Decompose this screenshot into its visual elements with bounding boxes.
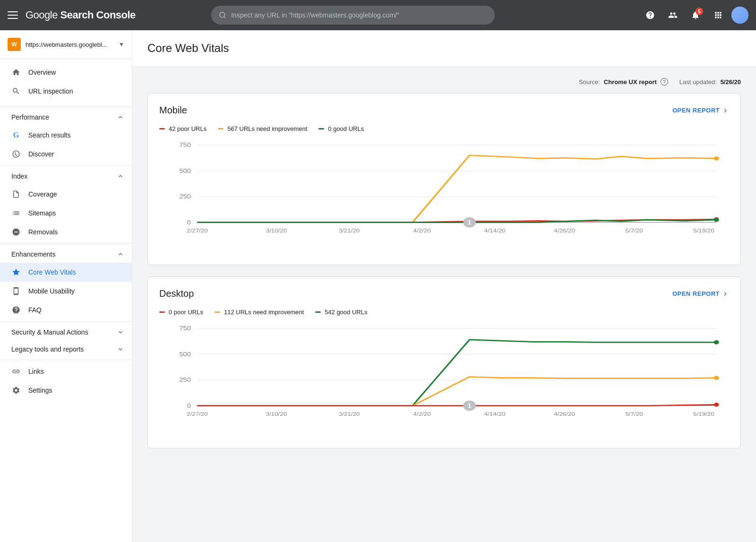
settings-icon [11,386,21,395]
sidebar-item-label: Links [28,368,44,375]
chevron-down-icon [117,328,124,336]
mobile-card-title: Mobile [159,105,187,116]
index-section-label: Index [11,172,27,180]
sidebar-item-label: FAQ [28,306,42,314]
mobile-open-report-button[interactable]: OPEN REPORT [672,107,729,114]
sidebar-item-mobile-usability[interactable]: Mobile Usability [0,282,132,301]
svg-text:1: 1 [467,219,472,225]
svg-point-44 [714,376,719,380]
svg-text:0: 0 [187,219,191,225]
search-input[interactable] [231,11,487,19]
svg-text:4/26/20: 4/26/20 [554,412,575,418]
main-content: Core Web Vitals Source: Chrome UX report… [132,30,756,542]
discover-icon [11,149,21,159]
svg-text:500: 500 [179,351,191,357]
source-bar: Source: Chrome UX report ? Last updated:… [147,78,741,86]
sidebar-item-search-results[interactable]: G Search results [0,126,132,145]
sidebar-item-label: Search results [28,131,70,139]
menu-icon[interactable] [8,11,18,19]
source-help-icon[interactable]: ? [661,78,668,86]
sidebar-item-label: Overview [28,69,56,76]
svg-text:500: 500 [179,168,191,174]
sidebar-item-sitemaps[interactable]: Sitemaps [0,204,132,223]
svg-line-1 [224,17,225,18]
chevron-up-icon [117,172,124,180]
avatar-image [731,7,748,24]
layout: W https://webmasters.googlebl... ▼ Overv… [0,30,756,542]
top-header: Google Search Console 5 [0,0,756,30]
avatar[interactable] [731,7,748,24]
sidebar-item-links[interactable]: Links [0,362,132,381]
sidebar-item-label: Core Web Vitals [28,268,76,276]
legend-label-poor: 42 poor URLs [169,125,206,132]
index-section-header[interactable]: Index [0,168,132,185]
security-section-label: Security & Manual Actions [11,328,88,336]
mobile-card: Mobile OPEN REPORT 42 poor URLs 567 URLs… [147,93,741,265]
desktop-card-title: Desktop [159,288,194,299]
sidebar-item-coverage[interactable]: Coverage [0,185,132,204]
legend-item-needs-improvement: 567 URLs need improvement [218,125,307,132]
property-selector[interactable]: W https://webmasters.googlebl... ▼ [0,30,132,59]
home-icon [11,68,21,77]
legend-item-poor: 0 poor URLs [159,309,203,316]
property-icon: W [8,38,21,51]
sidebar-item-label: Discover [28,150,54,158]
svg-text:2/27/20: 2/27/20 [187,228,208,234]
legend-label-good: 0 good URLs [328,125,364,132]
sidebar-item-url-inspection[interactable]: URL inspection [0,82,132,101]
sidebar-item-settings[interactable]: Settings [0,381,132,400]
account-button[interactable] [663,6,682,25]
sidebar-item-core-web-vitals[interactable]: Core Web Vitals [0,263,132,282]
svg-text:5/19/20: 5/19/20 [693,412,714,418]
sidebar-item-label: Coverage [28,190,57,198]
core-web-vitals-icon [11,267,21,277]
svg-text:3/10/20: 3/10/20 [266,412,287,418]
header-icons: 5 [641,6,748,25]
legend-dot-poor [159,128,165,129]
sidebar-item-label: Mobile Usability [28,287,75,295]
apps-button[interactable] [709,6,728,25]
search-bar[interactable] [211,6,495,25]
performance-section-header[interactable]: Performance [0,109,132,126]
svg-point-45 [714,403,719,407]
performance-section-label: Performance [11,113,49,121]
mobile-legend: 42 poor URLs 567 URLs need improvement 0… [159,125,729,132]
enhancements-section-header[interactable]: Enhancements [0,246,132,263]
svg-text:750: 750 [179,142,191,148]
legend-dot-needs-improvement [215,311,220,313]
notifications-button[interactable]: 5 [686,6,705,25]
links-icon [11,367,21,376]
legend-dot-needs-improvement [218,128,223,129]
desktop-chart-svg: 750 500 250 0 1 [159,323,729,437]
legacy-section-label: Legacy tools and reports [11,345,84,353]
svg-text:4/2/20: 4/2/20 [413,412,430,418]
svg-text:3/10/20: 3/10/20 [266,228,287,234]
account-icon [668,10,678,20]
sidebar-item-label: Settings [28,387,52,394]
page-header: Core Web Vitals [132,30,756,67]
chevron-down-icon [117,345,124,353]
search-icon [219,11,226,19]
sidebar-item-discover[interactable]: Discover [0,145,132,163]
sidebar-item-overview[interactable]: Overview [0,63,132,82]
coverage-icon [11,189,21,199]
chevron-up-icon [117,250,124,258]
svg-text:2/27/20: 2/27/20 [187,412,208,418]
security-section-header[interactable]: Security & Manual Actions [0,324,132,341]
property-chevron-icon: ▼ [119,41,124,48]
svg-text:3/21/20: 3/21/20 [339,228,360,234]
main-nav: Overview URL inspection [0,59,132,104]
legend-dot-good [315,311,321,313]
svg-text:4/14/20: 4/14/20 [484,228,506,234]
legacy-section-header[interactable]: Legacy tools and reports [0,341,132,358]
svg-text:5/19/20: 5/19/20 [693,228,714,234]
divider [0,360,132,360]
legend-item-needs-improvement: 112 URLs need improvement [215,309,304,316]
sidebar-item-label: Sitemaps [28,209,56,217]
sidebar-item-faq[interactable]: FAQ [0,301,132,319]
svg-point-43 [714,340,719,344]
help-button[interactable] [641,6,660,25]
source-value: Chrome UX report [604,78,657,86]
sidebar-item-removals[interactable]: Removals [0,223,132,241]
desktop-open-report-button[interactable]: OPEN REPORT [672,290,729,298]
